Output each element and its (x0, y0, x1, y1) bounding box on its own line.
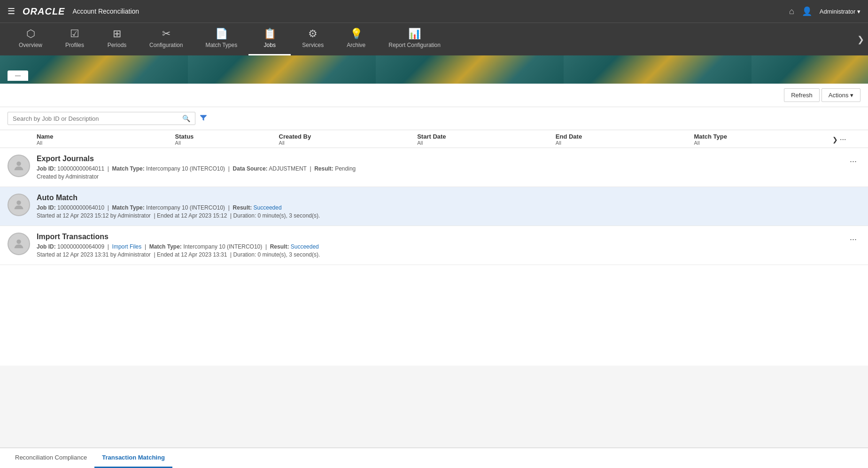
hamburger-menu[interactable]: ☰ (8, 6, 15, 16)
import-files-link[interactable]: Import Files (112, 243, 142, 250)
job-row-import-transactions: Import Transactions Job ID: 100000000064… (0, 226, 868, 265)
overview-icon: ⬡ (26, 28, 35, 40)
avatar-auto-match (8, 194, 30, 216)
toolbar: Refresh Actions ▾ (0, 84, 868, 107)
jobs-icon: 📋 (264, 28, 276, 40)
job-id-label-import: Job ID: 100000000064009 (37, 243, 104, 250)
job-row-auto-match: Auto Match Job ID: 100000000064010 | Mat… (0, 187, 868, 226)
job-menu-export-journals[interactable]: ··· (846, 155, 860, 168)
data-source-label: Data Source: ADJUSTMENT (233, 165, 307, 172)
col-header-match-type: Match Type All (694, 133, 832, 146)
configuration-icon: ✂ (162, 28, 170, 40)
col-header-end-date: End Date All (556, 133, 694, 146)
oracle-logo: ORACLE (23, 6, 65, 17)
avatar-import-transactions (8, 233, 30, 255)
job-details-auto-match: Job ID: 100000000064010 | Match Type: In… (37, 204, 842, 211)
report-config-icon: 📊 (408, 28, 421, 40)
refresh-button[interactable]: Refresh (784, 88, 820, 102)
job-title-import-transactions: Import Transactions (37, 233, 842, 241)
top-bar: ☰ ORACLE Account Reconciliation ⌂ 👤 Admi… (0, 0, 868, 23)
avatar-export-journals (8, 155, 30, 177)
job-info-auto-match: Auto Match Job ID: 100000000064010 | Mat… (37, 194, 842, 219)
nav-item-services[interactable]: ⚙ Services (291, 23, 335, 55)
home-icon[interactable]: ⌂ (789, 7, 794, 16)
nav-label-match-types: Match Types (205, 42, 237, 48)
nav-label-profiles: Profiles (65, 42, 84, 48)
top-bar-right: ⌂ 👤 Administrator ▾ (789, 6, 860, 16)
nav-icons-bar: ⬡ Overview ☑ Profiles ⊞ Periods ✂ Config… (0, 23, 868, 55)
job-info-export-journals: Export Journals Job ID: 100000000064011 … (37, 155, 842, 180)
job-timing-import-transactions: Started at 12 Apr 2023 13:31 by Administ… (37, 251, 842, 258)
match-types-icon: 📄 (215, 28, 228, 40)
filter-icon[interactable] (199, 113, 208, 124)
nav-item-periods[interactable]: ⊞ Periods (96, 23, 138, 55)
archive-icon: 💡 (350, 28, 363, 40)
col-more-icon[interactable]: ··· (840, 135, 846, 144)
top-bar-left: ☰ ORACLE Account Reconciliation (8, 6, 139, 17)
job-title-export-journals: Export Journals (37, 155, 842, 163)
nav-label-report-configuration: Report Configuration (388, 42, 441, 48)
job-info-import-transactions: Import Transactions Job ID: 100000000064… (37, 233, 842, 258)
nav-label-configuration: Configuration (149, 42, 183, 48)
job-menu-import-transactions[interactable]: ··· (846, 233, 860, 246)
job-details-export-journals: Job ID: 100000000064011 | Match Type: In… (37, 165, 842, 172)
nav-label-periods: Periods (108, 42, 127, 48)
match-type-label-auto: Match Type: Intercompany 10 (INTERCO10) (112, 204, 225, 211)
nav-label-jobs: Jobs (264, 42, 276, 48)
job-id-label: Job ID: 100000000064011 (37, 165, 104, 172)
nav-item-configuration[interactable]: ✂ Configuration (138, 23, 194, 55)
job-id-label-auto: Job ID: 100000000064010 (37, 204, 104, 211)
col-header-name: Name All (37, 133, 175, 146)
nav-item-overview[interactable]: ⬡ Overview (8, 23, 54, 55)
job-details-import-transactions: Job ID: 100000000064009 | Import Files |… (37, 243, 842, 250)
table-header: Name All Status All Created By All Start… (0, 130, 868, 148)
profiles-icon: ☑ (70, 28, 79, 40)
match-type-label-import: Match Type: Intercompany 10 (INTERCO10) (149, 243, 263, 250)
search-input[interactable] (13, 115, 178, 122)
nav-item-profiles[interactable]: ☑ Profiles (54, 23, 96, 55)
admin-menu[interactable]: Administrator ▾ (820, 8, 860, 15)
job-created-export-journals: Created by Administrator (37, 173, 842, 180)
banner-tab: — (8, 70, 28, 81)
svg-point-0 (16, 162, 21, 166)
services-icon: ⚙ (308, 28, 318, 40)
result-label: Result: Pending (314, 165, 356, 172)
svg-point-2 (16, 240, 21, 244)
app-title: Account Reconciliation (72, 8, 139, 15)
search-area: 🔍 (0, 107, 868, 130)
nav-label-overview: Overview (19, 42, 42, 48)
main-content: Refresh Actions ▾ 🔍 Name All Status All … (0, 84, 868, 366)
nav-item-archive[interactable]: 💡 Archive (335, 23, 377, 55)
col-header-created-by: Created By All (279, 133, 418, 146)
periods-icon: ⊞ (113, 28, 121, 40)
col-header-actions: ❯ ··· (832, 135, 860, 144)
search-box-container: 🔍 (8, 112, 195, 125)
search-icon: 🔍 (182, 115, 190, 122)
result-label-import: Result: Succeeded (270, 243, 319, 250)
job-timing-auto-match: Started at 12 Apr 2023 15:12 by Administ… (37, 212, 842, 219)
user-icon[interactable]: 👤 (802, 6, 812, 16)
nav-item-jobs[interactable]: 📋 Jobs (248, 23, 291, 55)
col-header-status: Status All (175, 133, 279, 146)
actions-button[interactable]: Actions ▾ (822, 88, 860, 102)
nav-chevron-right[interactable]: ❯ (857, 34, 864, 45)
col-header-start-date: Start Date All (417, 133, 556, 146)
nav-label-archive: Archive (347, 42, 365, 48)
nav-item-match-types[interactable]: 📄 Match Types (194, 23, 248, 55)
job-row-export-journals: Export Journals Job ID: 100000000064011 … (0, 148, 868, 187)
result-label-auto: Result: Succeeded (233, 204, 282, 211)
col-expand-icon[interactable]: ❯ (832, 136, 838, 143)
nav-label-services: Services (302, 42, 324, 48)
job-title-auto-match: Auto Match (37, 194, 842, 202)
match-type-label: Match Type: Intercompany 10 (INTERCO10) (112, 165, 225, 172)
nav-item-report-configuration[interactable]: 📊 Report Configuration (377, 23, 452, 55)
svg-point-1 (16, 201, 21, 205)
banner: — (0, 55, 868, 84)
